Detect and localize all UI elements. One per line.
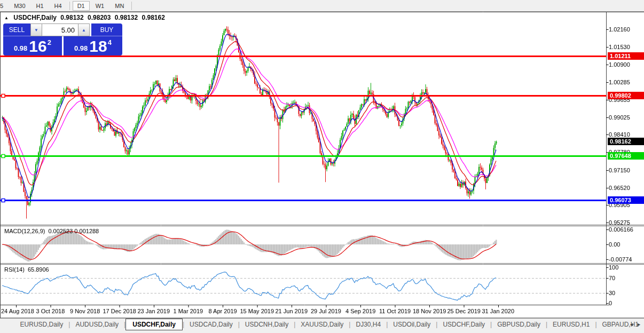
- toolbar-separator: [69, 2, 70, 10]
- timeframe-button-w1[interactable]: W1: [91, 1, 109, 11]
- chart-tab-usdcad-daily[interactable]: USDCAD,Daily: [184, 319, 238, 330]
- buy-price-prefix: 0.98: [74, 44, 88, 52]
- date-axis-label: 25 Dec 2019: [447, 308, 481, 314]
- ohlc-open: 0.98132: [60, 14, 83, 21]
- price-axis-tick-label: 1.00285: [609, 79, 630, 85]
- volume-decrease-button[interactable]: ▼: [30, 23, 42, 36]
- sell-price-digits: 16: [29, 39, 46, 54]
- collapse-trade-panel-icon[interactable]: ▲: [4, 15, 9, 20]
- sell-price-pip: 2: [48, 38, 51, 46]
- timeframe-button-m30[interactable]: M30: [9, 1, 30, 11]
- chart-tab-usdcnh-daily[interactable]: USDCNH,Daily: [240, 319, 294, 330]
- timeframe-toolbar: 5M30H1H4D1W1MN: [0, 0, 644, 12]
- macd-axis-tick-label: 0.00: [609, 241, 620, 248]
- chart-tab-gbpusd-daily[interactable]: GBPUSD,Daily: [492, 319, 546, 330]
- rsi-name: RSI(14): [4, 266, 25, 273]
- date-axis-label: 11 Oct 2019: [379, 308, 411, 314]
- toolbar-separator: [131, 2, 132, 10]
- macd-indicator-label: MACD(12,26,9)0.002523 0.001288: [4, 228, 99, 234]
- date-axis-label: 23 Jan 2019: [138, 308, 170, 314]
- buy-button[interactable]: BUY: [91, 23, 122, 36]
- date-axis-label: 15 May 2019: [240, 308, 274, 314]
- date-axis-label: 21 Jun 2019: [276, 308, 308, 314]
- ohlc-low: 0.98132: [115, 14, 138, 21]
- tab-scroll-right-icon[interactable]: ►: [637, 322, 641, 327]
- date-axis-label: 18 Nov 2019: [413, 308, 446, 314]
- rsi-value: 65.8906: [28, 266, 49, 273]
- price-axis-tick-label: 1.00900: [609, 61, 630, 68]
- chart-title: ▲ USDCHF,Daily 0.98132 0.98203 0.98132 0…: [4, 14, 167, 21]
- macd-axis-tick-label: 0.006166: [609, 226, 633, 233]
- date-axis-label: 9 Nov 2018: [70, 308, 100, 314]
- date-axis-label: 1 Mar 2019: [174, 308, 203, 314]
- date-axis-label: 17 Dec 2018: [103, 308, 136, 314]
- ohlc-high: 0.98203: [88, 14, 111, 21]
- price-tag-1.01211: 1.01211: [608, 52, 644, 60]
- sell-price-box[interactable]: 0.98 16 2: [3, 36, 62, 56]
- sell-price-prefix: 0.98: [14, 44, 27, 52]
- date-axis-label: 3 Oct 2018: [36, 308, 65, 314]
- chart-tab-usdoil-daily[interactable]: USDOil,Daily: [388, 319, 436, 330]
- trade-panel-price-row: 0.98 16 2 0.98 18 4: [3, 36, 122, 56]
- date-axis-label: 29 Jul 2019: [311, 308, 341, 314]
- date-axis-label: 8 Apr 2019: [209, 308, 237, 314]
- chart-tab-dj30-h4[interactable]: DJ30,H4: [350, 319, 386, 330]
- timeframe-button-5[interactable]: 5: [0, 1, 8, 11]
- date-axis-label: 24 Aug 2018: [1, 308, 34, 314]
- chart-tab-audusd-daily[interactable]: AUDUSD,Daily: [70, 319, 124, 330]
- buy-price-box[interactable]: 0.98 18 4: [64, 36, 122, 56]
- price-axis-tick-label: 1.02160: [609, 26, 630, 33]
- tab-scroll-left-icon[interactable]: ◄: [629, 322, 634, 327]
- chart-tab-usdchf-daily[interactable]: USDCHF,Daily: [437, 319, 490, 330]
- macd-values: 0.002523 0.001288: [48, 228, 99, 234]
- rsi-indicator-label: RSI(14)65.8906: [4, 266, 49, 273]
- trade-panel-top-row: SELL ▼ ▲ BUY: [3, 23, 122, 36]
- price-tag-0.96073: 0.96073: [608, 196, 644, 204]
- price-axis-tick-label: 0.96520: [609, 185, 630, 191]
- price-tag-0.98162: 0.98162: [608, 138, 644, 145]
- price-axis-tick-label: 1.01530: [609, 44, 630, 50]
- price-axis-tick-label: 0.98410: [609, 131, 630, 138]
- price-axis-tick-label: 0.99025: [609, 114, 630, 121]
- timeframe-button-d1[interactable]: D1: [73, 1, 90, 11]
- rsi-axis-tick-label: 70: [609, 275, 615, 281]
- chart-tab-eurusd-h1[interactable]: EURUSD,H1: [547, 319, 595, 330]
- chart-symbol-period: USDCHF,Daily: [13, 14, 57, 21]
- chart-tab-usdchf-daily[interactable]: USDCHF,Daily: [125, 319, 183, 330]
- rsi-axis-tick-label: 30: [609, 290, 615, 296]
- timeframe-button-h1[interactable]: H1: [32, 1, 49, 11]
- buy-price-digits: 18: [89, 39, 107, 54]
- chart-tab-eurusd-daily[interactable]: EURUSD,Daily: [15, 319, 69, 330]
- macd-name: MACD(12,26,9): [4, 228, 45, 234]
- sell-button[interactable]: SELL: [3, 23, 30, 36]
- chart-tab-xauusd-daily[interactable]: XAUUSD,Daily: [295, 319, 349, 330]
- ohlc-close: 0.98162: [142, 14, 165, 21]
- price-tag-0.97648: 0.97648: [608, 152, 644, 160]
- volume-increase-button[interactable]: ▲: [78, 23, 90, 36]
- date-axis-label: 31 Jan 2020: [482, 308, 515, 314]
- one-click-trading-panel: SELL ▼ ▲ BUY 0.98 16 2 0.98 18 4: [3, 23, 122, 56]
- chart-tab-bar: EURUSD,Daily|AUDUSD,Daily|USDCHF,Daily|U…: [0, 318, 644, 333]
- price-axis-tick-label: 0.97150: [609, 167, 630, 173]
- timeframe-button-mn[interactable]: MN: [110, 1, 129, 11]
- rsi-axis-tick-label: 0: [609, 300, 612, 306]
- mt4-window: 5M30H1H4D1W1MN ▲ USDCHF,Daily 0.98132 0.…: [0, 0, 644, 333]
- rsi-axis-tick-label: 100: [609, 264, 618, 271]
- buy-price-pip: 4: [108, 38, 112, 46]
- timeframe-button-h4[interactable]: H4: [50, 1, 67, 11]
- macd-axis-tick-label: -0.00774: [609, 256, 632, 263]
- volume-input[interactable]: [42, 23, 78, 36]
- price-tag-0.99802: 0.99802: [608, 92, 644, 99]
- price-axis-tick-label: 0.95275: [609, 219, 630, 226]
- date-axis-label: 4 Sep 2019: [345, 308, 375, 314]
